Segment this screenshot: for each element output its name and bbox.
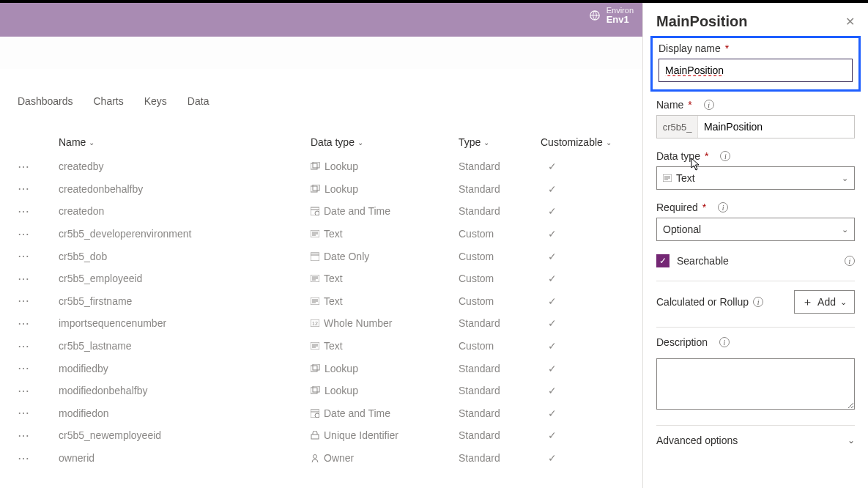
datatype-select[interactable]: Text ⌄ [656, 166, 855, 190]
datetime-icon [311, 409, 319, 418]
row-type: Standard [459, 429, 541, 441]
row-type: Standard [459, 183, 541, 195]
check-icon: ✓ [548, 340, 557, 352]
row-name: modifiedby [59, 363, 311, 374]
row-more-icon[interactable]: ⋯ [18, 451, 59, 465]
description-textarea[interactable] [656, 358, 855, 410]
svg-rect-4 [313, 185, 319, 191]
row-more-icon[interactable]: ⋯ [18, 227, 59, 241]
chevron-down-icon: ⌄ [483, 138, 489, 147]
row-name: cr5b5_developerenvironment [59, 228, 311, 240]
lookup-icon [311, 364, 320, 373]
add-button[interactable]: ＋ Add ⌄ [794, 290, 855, 314]
required-select[interactable]: Optional ⌄ [656, 218, 855, 241]
row-type: Custom [459, 251, 541, 262]
row-more-icon[interactable]: ⋯ [18, 429, 59, 443]
info-icon[interactable]: i [720, 151, 730, 161]
required-label: Required * i [656, 202, 855, 213]
info-icon[interactable]: i [719, 337, 730, 347]
row-more-icon[interactable]: ⋯ [18, 317, 59, 330]
row-more-icon[interactable]: ⋯ [18, 182, 59, 196]
info-icon[interactable]: i [718, 202, 728, 212]
row-datatype: Date and Time [324, 205, 390, 217]
row-more-icon[interactable]: ⋯ [18, 361, 59, 375]
col-header-customizable[interactable]: Customizable⌄ [541, 136, 643, 148]
info-icon[interactable]: i [845, 256, 855, 266]
dateonly-icon [311, 252, 319, 261]
required-value: Optional [663, 223, 701, 235]
row-type: Standard [459, 385, 541, 396]
close-icon[interactable]: ✕ [845, 15, 855, 29]
text-type-icon [663, 174, 672, 182]
svg-point-7 [315, 211, 319, 215]
advanced-options-toggle[interactable]: Advanced options ⌄ [656, 435, 855, 451]
col-header-datatype[interactable]: Data type⌄ [311, 136, 459, 148]
chevron-down-icon: ⌄ [840, 297, 847, 307]
info-icon[interactable]: i [704, 100, 714, 110]
row-type: Standard [459, 363, 541, 374]
row-type: Standard [459, 205, 541, 217]
row-more-icon[interactable]: ⋯ [18, 406, 59, 420]
row-datatype: Unique Identifier [324, 429, 398, 441]
col-header-name[interactable]: Name⌄ [59, 136, 311, 148]
row-datatype: Whole Number [324, 317, 392, 329]
row-more-icon[interactable]: ⋯ [18, 272, 59, 286]
display-name-label: Display name * [659, 42, 853, 54]
name-input[interactable] [698, 116, 854, 138]
row-name: ownerid [59, 452, 311, 464]
check-icon: ✓ [548, 251, 557, 262]
chevron-down-icon: ⌄ [842, 225, 848, 234]
row-datatype: Text [324, 228, 343, 240]
plus-icon: ＋ [802, 295, 813, 309]
tab-charts[interactable]: Charts [94, 95, 124, 107]
tab-data[interactable]: Data [188, 95, 209, 107]
check-icon: ✓ [548, 295, 557, 307]
environment-block[interactable]: Environ Env1 [589, 6, 634, 25]
info-icon[interactable]: i [753, 297, 763, 307]
tab-dashboards[interactable]: Dashboards [18, 95, 73, 107]
row-name: cr5b5_newemployeeid [59, 429, 311, 441]
chevron-down-icon: ⌄ [89, 138, 94, 147]
svg-point-34 [315, 413, 319, 418]
text-icon [311, 275, 319, 282]
name-input-row: cr5b5_ [656, 115, 855, 138]
check-icon: ✓ [548, 317, 557, 329]
chevron-down-icon: ⌄ [357, 138, 363, 147]
check-icon: ✓ [548, 273, 557, 284]
datetime-icon [311, 207, 319, 215]
calculated-rollup-label: Calculated or Rollup [656, 296, 749, 308]
display-name-input[interactable] [659, 59, 853, 82]
check-icon: ✓ [548, 205, 557, 217]
display-name-highlight: Display name * [650, 36, 861, 92]
row-more-icon[interactable]: ⋯ [18, 204, 59, 218]
row-datatype: Lookup [324, 385, 358, 396]
row-type: Standard [459, 317, 541, 329]
row-more-icon[interactable]: ⋯ [18, 294, 59, 308]
searchable-checkbox[interactable]: ✓ [656, 254, 669, 267]
row-name: cr5b5_employeeid [59, 273, 311, 284]
panel-title: MainPosition [656, 13, 747, 30]
row-type: Standard [459, 452, 541, 464]
svg-text:12: 12 [312, 321, 318, 326]
col-header-type[interactable]: Type⌄ [459, 136, 541, 148]
row-datatype: Text [324, 295, 343, 307]
datatype-value: Text [676, 172, 695, 184]
row-more-icon[interactable]: ⋯ [18, 384, 59, 398]
svg-rect-29 [313, 364, 319, 370]
row-more-icon[interactable]: ⋯ [18, 339, 59, 353]
text-icon [311, 342, 319, 350]
row-name: createdonbehalfby [59, 183, 311, 195]
environment-icon [589, 10, 601, 21]
row-datatype: Date Only [324, 251, 369, 262]
name-label: Name * i [656, 99, 855, 111]
row-more-icon[interactable]: ⋯ [18, 249, 59, 263]
row-type: Custom [459, 228, 541, 240]
row-datatype: Text [324, 273, 343, 284]
row-datatype: Lookup [324, 160, 358, 172]
row-type: Custom [459, 295, 541, 307]
environment-label: Environ [607, 6, 634, 15]
row-more-icon[interactable]: ⋯ [18, 160, 59, 174]
chevron-down-icon: ⌄ [842, 174, 848, 183]
tab-keys[interactable]: Keys [144, 95, 167, 107]
svg-rect-3 [311, 186, 317, 192]
